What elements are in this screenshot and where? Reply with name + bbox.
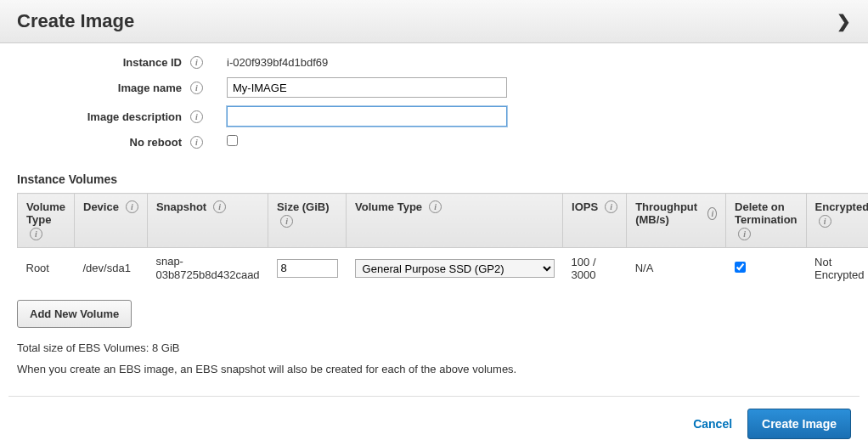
instance-volumes-title: Instance Volumes	[17, 172, 868, 186]
create-image-button[interactable]: Create Image	[747, 409, 851, 439]
cell-snapshot: snap-03b8725b8d432caad	[147, 248, 268, 289]
cancel-link[interactable]: Cancel	[693, 417, 732, 431]
col-label: Throughput (MB/s)	[635, 200, 701, 226]
col-label: Size (GiB)	[277, 200, 337, 213]
info-icon[interactable]: i	[605, 200, 617, 213]
info-icon[interactable]: i	[429, 200, 442, 213]
row-image-name: Image name i	[17, 77, 851, 98]
info-icon[interactable]: i	[213, 200, 226, 213]
info-icon[interactable]: i	[707, 207, 717, 220]
col-snapshot: Snapshot i	[147, 194, 268, 248]
info-icon[interactable]: i	[190, 56, 203, 69]
cell-device: /dev/sda1	[75, 248, 148, 289]
col-label: Volume Type	[26, 200, 65, 226]
info-icon[interactable]: i	[738, 228, 751, 240]
info-icon[interactable]: i	[819, 215, 831, 228]
cell-vtype-short: Root	[18, 248, 75, 289]
col-label: Snapshot	[156, 200, 206, 213]
no-reboot-checkbox[interactable]	[227, 135, 238, 146]
instance-id-value: i-020f939bf4d1bdf69	[227, 56, 328, 69]
form-section: Instance ID i i-020f939bf4d1bdf69 Image …	[0, 43, 868, 166]
cell-delete-on-term	[726, 248, 806, 289]
col-iops: IOPS i	[563, 194, 627, 248]
info-icon[interactable]: i	[190, 82, 203, 94]
row-image-description: Image description i	[17, 106, 851, 127]
ebs-snapshot-note: When you create an EBS image, an EBS sna…	[17, 361, 851, 379]
col-label: Encrypted	[815, 200, 868, 213]
col-throughput: Throughput (MB/s) i	[627, 194, 726, 248]
col-volume-type: Volume Type i	[347, 194, 563, 248]
image-name-label: Image name	[17, 82, 187, 94]
info-icon[interactable]: i	[126, 200, 138, 213]
col-device: Device i	[75, 194, 148, 248]
table-row: Root /dev/sda1 snap-03b8725b8d432caad Ge…	[18, 248, 869, 289]
no-reboot-label: No reboot	[17, 136, 187, 149]
row-no-reboot: No reboot i	[17, 135, 851, 149]
info-icon[interactable]: i	[190, 110, 203, 123]
size-input[interactable]	[277, 259, 338, 278]
info-icon[interactable]: i	[190, 136, 203, 149]
image-description-input[interactable]	[227, 106, 507, 127]
col-label: IOPS	[572, 200, 598, 213]
col-size: Size (GiB) i	[268, 194, 347, 248]
col-encrypted: Encrypted i	[806, 194, 868, 248]
page-title: Create Image	[17, 10, 134, 32]
volumes-table: Volume Type i Device i Snapshot i Size (…	[17, 193, 868, 288]
volume-type-select[interactable]: General Purpose SSD (GP2)	[355, 259, 555, 278]
col-volume-type-short: Volume Type i	[18, 194, 75, 248]
cell-encrypted: Not Encrypted	[806, 248, 868, 289]
cell-iops: 100 / 3000	[563, 248, 627, 289]
instance-id-label: Instance ID	[17, 56, 187, 69]
add-new-volume-button[interactable]: Add New Volume	[17, 300, 132, 328]
delete-on-termination-checkbox[interactable]	[735, 262, 746, 273]
info-icon[interactable]: i	[280, 215, 293, 228]
image-name-input[interactable]	[227, 77, 507, 98]
ebs-total-size-text: Total size of EBS Volumes: 8 GiB	[17, 340, 851, 358]
cell-size	[268, 248, 347, 289]
col-label: Volume Type	[355, 200, 422, 213]
footer-actions: Cancel Create Image	[0, 397, 868, 440]
chevron-right-icon[interactable]: ❯	[837, 11, 851, 31]
info-icon[interactable]: i	[30, 228, 42, 240]
row-instance-id: Instance ID i i-020f939bf4d1bdf69	[17, 56, 851, 69]
image-description-label: Image description	[17, 110, 187, 123]
col-label: Delete on Termination	[735, 200, 797, 226]
cell-vtype: General Purpose SSD (GP2)	[347, 248, 563, 289]
cell-throughput: N/A	[627, 248, 726, 289]
col-delete-on-term: Delete on Termination i	[726, 194, 806, 248]
col-label: Device	[83, 200, 119, 213]
dialog-header: Create Image ❯	[0, 0, 868, 43]
